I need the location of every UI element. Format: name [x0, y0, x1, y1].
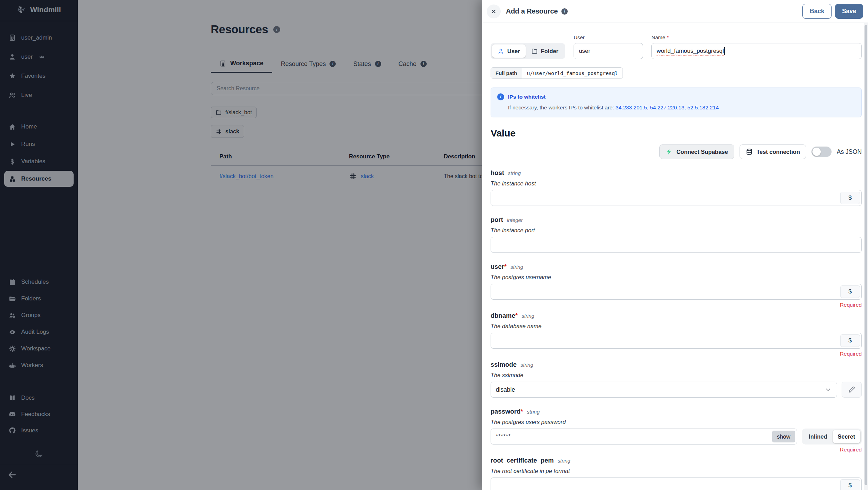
drawer-header: Add a Resource Back Save: [482, 0, 868, 23]
chevron-down-icon: [824, 386, 832, 393]
folder-icon: [531, 48, 538, 55]
text-cursor: [724, 47, 725, 55]
edit-sslmode-button[interactable]: [842, 382, 862, 398]
variable-picker-button[interactable]: $: [840, 334, 860, 347]
field-name: sslmode: [491, 360, 517, 369]
field-description: The sslmode: [491, 371, 862, 379]
kind-user-button[interactable]: User: [492, 44, 526, 58]
drawer-title: Add a Resource: [506, 7, 558, 15]
port-input[interactable]: [491, 237, 862, 253]
field-description: The database name: [491, 322, 862, 330]
field-user: user* string The postgres username $ Req…: [491, 263, 862, 302]
secret-option[interactable]: Secret: [833, 430, 860, 443]
ips-whitelist-infobox: IPs to whitelist If necessary, the worke…: [491, 88, 862, 117]
toggle-knob: [812, 148, 821, 156]
full-path-value: u/user/world_famous_postgresql: [522, 68, 623, 78]
field-sslmode: sslmode string The sslmode disable: [491, 360, 862, 398]
field-name: dbname*: [491, 312, 518, 320]
supabase-bolt-icon: [666, 148, 673, 155]
field-description: The postgres users password: [491, 418, 862, 426]
name-field-label: Name *: [651, 34, 862, 40]
inlined-option[interactable]: Inlined: [803, 430, 832, 443]
password-masked-value: ******: [496, 433, 511, 440]
required-star: *: [520, 408, 523, 415]
user-input[interactable]: user: [574, 43, 643, 59]
database-icon: [746, 148, 753, 155]
drawer-backdrop[interactable]: [0, 0, 482, 490]
close-icon: [490, 8, 497, 15]
drawer-info-icon[interactable]: [561, 8, 568, 15]
variable-picker-button[interactable]: $: [840, 285, 860, 298]
back-button[interactable]: Back: [802, 4, 832, 19]
field-host: host string The instance host $: [491, 169, 862, 206]
add-resource-drawer: Add a Resource Back Save User: [482, 0, 868, 490]
field-type: string: [527, 408, 540, 416]
scrollbar-thumb[interactable]: [865, 25, 867, 485]
user-input-value: user: [579, 48, 590, 55]
field-name: host: [491, 169, 504, 177]
host-input[interactable]: [491, 190, 862, 206]
as-json-label: As JSON: [837, 148, 862, 156]
field-type: string: [558, 457, 570, 465]
full-path-display: Full path u/user/world_famous_postgresql: [491, 67, 623, 79]
info-icon: [497, 93, 504, 100]
sslmode-selected-value: disable: [496, 386, 515, 393]
field-type: integer: [507, 216, 523, 224]
field-type: string: [521, 312, 534, 320]
field-type: string: [508, 169, 521, 177]
password-mode-toggle: Inlined Secret: [802, 429, 862, 445]
field-port: port integer The instance port: [491, 216, 862, 253]
field-type: string: [510, 263, 523, 271]
infobox-title: IPs to whitelist: [508, 94, 546, 100]
close-drawer-button[interactable]: [487, 5, 501, 18]
variable-picker-button[interactable]: $: [840, 479, 860, 490]
owner-kind-toggle: User Folder: [491, 43, 565, 59]
field-dbname: dbname* string The database name $ Requi…: [491, 312, 862, 351]
field-description: The instance port: [491, 226, 862, 234]
dbname-input[interactable]: [491, 333, 862, 349]
drawer-body: User Folder User user Name *: [482, 23, 864, 490]
user-field-label: User: [574, 34, 643, 40]
connect-supabase-button[interactable]: Connect Supabase: [659, 144, 734, 159]
field-type: string: [520, 361, 533, 369]
required-star: *: [504, 263, 507, 270]
field-password: password* string The postgres users pass…: [491, 407, 862, 447]
name-input[interactable]: world_famous_postgresql: [651, 43, 862, 59]
pg-user-input[interactable]: [491, 284, 862, 300]
value-actions-row: Connect Supabase Test connection As JSON: [491, 144, 862, 159]
as-json-toggle[interactable]: [811, 147, 832, 157]
user-icon: [498, 48, 504, 55]
field-name: port: [491, 216, 503, 224]
whitelist-ips: 34.233.201.5, 54.227.220.13, 52.5.182.21…: [616, 105, 719, 110]
show-password-button[interactable]: show: [772, 431, 795, 442]
full-path-label: Full path: [491, 68, 522, 78]
infobox-text: If necessary, the workers IPs to whiteli…: [497, 105, 855, 111]
field-name: root_certificate_pem: [491, 456, 554, 465]
kind-user-label: User: [507, 48, 520, 55]
field-description: The root certificate in pe format: [491, 467, 862, 475]
name-input-value: world_famous_postgresql: [657, 48, 724, 55]
required-star: *: [667, 34, 669, 40]
drawer-scrollbar[interactable]: [864, 23, 868, 490]
password-input[interactable]: ******: [491, 429, 797, 445]
value-section-title: Value: [491, 128, 862, 139]
required-star: *: [515, 312, 518, 319]
kind-folder-button[interactable]: Folder: [526, 44, 564, 58]
field-description: The postgres username: [491, 273, 862, 281]
variable-picker-button[interactable]: $: [840, 192, 860, 204]
save-button[interactable]: Save: [835, 4, 863, 19]
sslmode-select[interactable]: disable: [491, 382, 837, 398]
pencil-icon: [848, 386, 855, 393]
field-description: The instance host: [491, 180, 862, 187]
test-connection-button[interactable]: Test connection: [740, 144, 806, 159]
field-name: password*: [491, 407, 523, 416]
kind-folder-label: Folder: [541, 48, 558, 55]
root-certificate-input[interactable]: [491, 477, 862, 490]
field-root-certificate-pem: root_certificate_pem string The root cer…: [491, 456, 862, 490]
field-name: user*: [491, 263, 507, 271]
